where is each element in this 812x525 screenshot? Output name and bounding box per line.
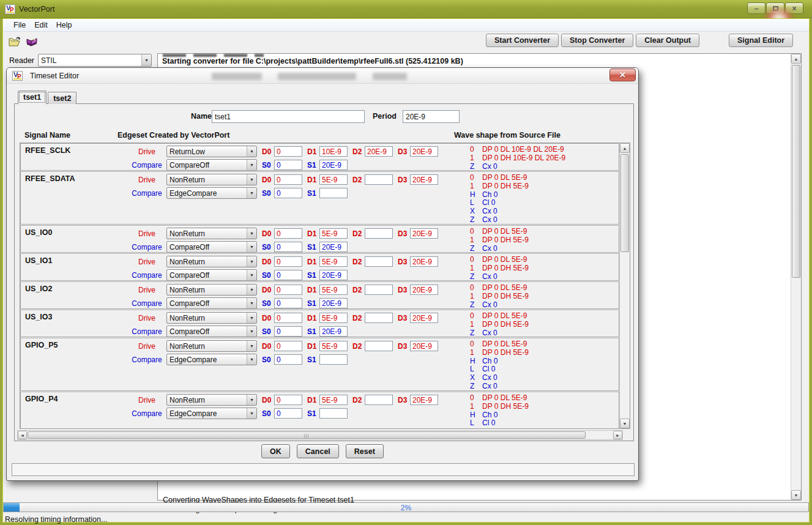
drive-edgeset-select[interactable]: NonReturn ▼: [166, 284, 257, 296]
d1-input[interactable]: [319, 341, 348, 351]
compare-edgeset-select[interactable]: EdgeCompare ▼: [166, 354, 257, 365]
output-scrollbar[interactable]: ▲ ▼: [791, 54, 801, 500]
s0-input[interactable]: [274, 242, 302, 252]
scroll-down-icon[interactable]: ▼: [791, 490, 801, 500]
open-file-icon[interactable]: [8, 35, 21, 48]
ok-button[interactable]: OK: [261, 444, 290, 458]
d2-input[interactable]: [365, 256, 393, 267]
scroll-up-icon[interactable]: ▲: [620, 143, 630, 153]
tab-tset2[interactable]: tset2: [48, 92, 76, 104]
scroll-left-icon[interactable]: ◄: [18, 431, 27, 439]
menu-help[interactable]: Help: [52, 20, 76, 31]
tab-tset1[interactable]: tset1: [18, 91, 47, 104]
scroll-up-icon[interactable]: ▲: [791, 54, 801, 64]
minimize-button[interactable]: –: [747, 2, 765, 14]
d3-input[interactable]: [410, 395, 438, 405]
d1-input[interactable]: [319, 313, 348, 323]
s1-input[interactable]: [319, 242, 348, 252]
s0-input[interactable]: [274, 160, 302, 170]
scrollbar-thumb[interactable]: [620, 154, 629, 252]
d0-input[interactable]: [274, 395, 302, 405]
reset-button[interactable]: Reset: [346, 444, 384, 458]
drive-edgeset-select[interactable]: ReturnLow ▼: [166, 146, 257, 157]
d0-input[interactable]: [274, 146, 302, 157]
dialog-close-button[interactable]: ✕: [609, 69, 636, 81]
d2-input[interactable]: [365, 228, 393, 239]
s1-input[interactable]: [319, 354, 348, 365]
scrollbar-thumb[interactable]: |||: [28, 431, 586, 439]
drive-edgeset-select[interactable]: NonReturn ▼: [166, 228, 257, 239]
reader-select[interactable]: STIL ▼: [38, 54, 152, 67]
wave-shape-list: 0DP 0 DL 5E-91DP 0 DH 5E-9ZCx 0: [466, 284, 529, 309]
drive-edgeset-select[interactable]: NonReturn ▼: [166, 174, 257, 185]
d3-input[interactable]: [410, 174, 438, 185]
s0-input[interactable]: [274, 188, 302, 198]
scrollbar-thumb[interactable]: [792, 65, 800, 278]
s0-input[interactable]: [274, 408, 302, 419]
d0-input[interactable]: [274, 313, 302, 323]
compare-edgeset-select[interactable]: CompareOff ▼: [166, 297, 257, 309]
d3-input[interactable]: [410, 256, 438, 267]
d3-input[interactable]: [410, 313, 438, 323]
stop-converter-button[interactable]: Stop Converter: [561, 34, 633, 47]
d0-input[interactable]: [274, 256, 302, 267]
d3-input[interactable]: [410, 341, 438, 351]
scroll-right-icon[interactable]: ►: [613, 431, 622, 439]
compare-edgeset-select[interactable]: EdgeCompare ▼: [166, 187, 257, 199]
d2-input[interactable]: [365, 313, 393, 323]
s0-input[interactable]: [274, 270, 302, 280]
d0-input[interactable]: [274, 341, 302, 351]
d2-input[interactable]: [365, 341, 393, 351]
d3-input[interactable]: [410, 228, 438, 239]
s1-input[interactable]: [319, 270, 348, 280]
d2-input[interactable]: [365, 395, 393, 405]
scroll-down-icon[interactable]: ▼: [620, 419, 630, 428]
compare-edgeset-select[interactable]: CompareOff ▼: [166, 326, 257, 337]
period-input[interactable]: [403, 110, 460, 123]
s0-input[interactable]: [274, 354, 302, 365]
compare-edgeset-select[interactable]: CompareOff ▼: [166, 269, 257, 281]
compare-edgeset-select[interactable]: CompareOff ▼: [166, 159, 257, 171]
d2-input[interactable]: [365, 285, 393, 295]
d1-input[interactable]: [319, 256, 348, 267]
help-book-icon[interactable]: ?: [25, 35, 39, 48]
s1-input[interactable]: [319, 298, 348, 308]
compare-edgeset-select[interactable]: CompareOff ▼: [166, 241, 257, 253]
s1-input[interactable]: [319, 408, 348, 419]
menu-edit[interactable]: Edit: [30, 20, 52, 31]
signals-scrollbar[interactable]: ▲ ▼: [619, 143, 630, 428]
d1-input[interactable]: [319, 174, 348, 185]
close-button[interactable]: ×: [785, 2, 803, 14]
d1-input[interactable]: [319, 395, 348, 405]
compare-edgeset-select[interactable]: EdgeCompare ▼: [166, 408, 257, 419]
signals-horizontal-scrollbar[interactable]: ◄ ||| ►: [17, 430, 623, 440]
s0-input[interactable]: [274, 298, 302, 308]
d0-input[interactable]: [274, 174, 302, 185]
d0-input[interactable]: [274, 228, 302, 239]
d3-input[interactable]: [410, 285, 438, 295]
d0-input[interactable]: [274, 285, 302, 295]
s1-input[interactable]: [319, 188, 348, 198]
d1-input[interactable]: [319, 146, 348, 157]
drive-edgeset-select[interactable]: NonReturn ▼: [166, 256, 257, 267]
d2-input[interactable]: [365, 174, 393, 185]
drive-edgeset-select[interactable]: NonReturn ▼: [166, 312, 257, 324]
wave-state-code: Z: [466, 329, 482, 338]
drive-edgeset-select[interactable]: NonReturn ▼: [166, 394, 257, 406]
d1-input[interactable]: [319, 285, 348, 295]
s1-input[interactable]: [319, 326, 348, 337]
signal-editor-button[interactable]: Signal Editor: [729, 34, 793, 47]
d3-input[interactable]: [410, 146, 438, 157]
d2-input[interactable]: [365, 146, 393, 157]
start-converter-button[interactable]: Start Converter: [486, 34, 559, 47]
menu-file[interactable]: File: [9, 20, 30, 31]
d1-input[interactable]: [319, 228, 348, 239]
drive-edgeset-select[interactable]: NonReturn ▼: [166, 340, 257, 352]
timeset-name-input[interactable]: [212, 110, 365, 123]
s0-input[interactable]: [274, 326, 302, 337]
restore-button[interactable]: [766, 2, 784, 14]
wave-line: XCx 0: [466, 428, 529, 428]
s1-input[interactable]: [319, 160, 348, 170]
cancel-button[interactable]: Cancel: [297, 444, 339, 458]
clear-output-button[interactable]: Clear Output: [636, 34, 699, 47]
